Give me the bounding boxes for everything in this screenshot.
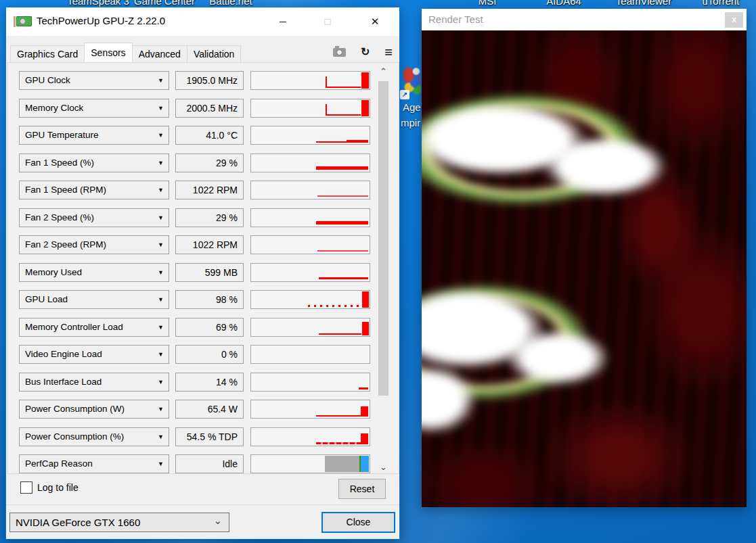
desktop-icon-label-line: mpir	[401, 117, 420, 128]
sensor-value: 29 %	[175, 154, 244, 172]
sensor-row: Power Consumption (W)▼65.4 W	[19, 400, 388, 419]
sensor-selector[interactable]: Memory Controller Load▼	[19, 318, 169, 337]
dropdown-arrow-icon: ▼	[158, 373, 164, 391]
chevron-down-icon: ⌄	[213, 511, 222, 529]
dropdown-arrow-icon: ▼	[158, 72, 164, 89]
sensor-graph	[250, 454, 370, 473]
sensor-value: 1905.0 MHz	[175, 71, 244, 90]
minimize-button[interactable]: ─	[267, 7, 298, 36]
desktop-icon-label[interactable]: Game Center	[134, 0, 195, 7]
sensor-value: 29 %	[175, 208, 244, 227]
sensor-value: 2000.5 MHz	[175, 99, 244, 118]
sensor-list: GPU Clock▼1905.0 MHzMemory Clock▼2000.5 …	[8, 63, 399, 482]
gpuz-window: TechPowerUp GPU-Z 2.22.0 ─ □ ✕ Graphics …	[5, 7, 400, 540]
gpuz-app-icon	[14, 16, 31, 28]
dropdown-arrow-icon: ▼	[158, 264, 164, 281]
desktop-icon-label[interactable]: Battle.net	[209, 0, 252, 7]
dropdown-arrow-icon: ▼	[158, 209, 164, 227]
sensor-label: Memory Clock	[25, 103, 83, 113]
render-test-window: Render Test x	[422, 9, 747, 507]
sensor-label: Fan 2 Speed (RPM)	[25, 239, 106, 250]
tab-bar: Graphics CardSensorsAdvancedValidation	[10, 44, 240, 62]
gpu-select-dropdown[interactable]: NVIDIA GeForce GTX 1660 ⌄	[9, 513, 229, 532]
divider	[6, 504, 399, 505]
sensor-row: GPU Load▼98 %	[19, 290, 388, 309]
dropdown-arrow-icon: ▼	[158, 428, 164, 446]
sensor-label: GPU Load	[25, 294, 68, 304]
desktop-icon-label[interactable]: MSI	[479, 0, 497, 7]
screenshot-camera-icon[interactable]	[333, 48, 346, 57]
maximize-button[interactable]: □	[312, 7, 343, 36]
sensor-label: Memory Controller Load	[25, 322, 123, 332]
sensor-graph	[250, 235, 370, 254]
sensor-label: Power Consumption (%)	[25, 431, 124, 442]
sensor-graph	[250, 373, 370, 392]
sensor-row: Fan 1 Speed (RPM)▼1022 RPM	[19, 181, 388, 199]
dropdown-arrow-icon: ▼	[158, 236, 164, 254]
render-test-fuzzy-donut	[422, 30, 747, 507]
dropdown-arrow-icon: ▼	[158, 346, 164, 363]
tab-graphics-card[interactable]: Graphics Card	[10, 45, 85, 62]
tab-sensors[interactable]: Sensors	[84, 43, 132, 62]
desktop-icon-age-of-empires[interactable]: ↗ Age mpir	[400, 65, 422, 139]
sensor-graph	[250, 181, 370, 199]
sensor-selector[interactable]: Memory Used▼	[19, 263, 169, 282]
sensor-graph	[250, 318, 370, 337]
desktop-icon-label[interactable]: TeamSpeak 3	[67, 0, 129, 7]
sensor-graph	[250, 290, 370, 309]
refresh-icon[interactable]: ↻	[361, 47, 370, 57]
sensor-row: Fan 2 Speed (RPM)▼1022 RPM	[19, 235, 388, 254]
close-button[interactable]: Close	[321, 512, 395, 533]
sensor-value: 54.5 % TDP	[175, 427, 244, 446]
sensor-value: 69 %	[175, 318, 244, 337]
gpu-select-value: NVIDIA GeForce GTX 1660	[16, 517, 140, 528]
dropdown-arrow-icon: ▼	[158, 400, 164, 418]
menu-icon[interactable]: ≡	[384, 47, 393, 57]
dropdown-arrow-icon: ▼	[158, 99, 164, 117]
scroll-down-icon[interactable]: ⌄	[378, 461, 389, 473]
sensor-selector[interactable]: Fan 1 Speed (RPM)▼	[19, 181, 169, 199]
desktop-icon-label[interactable]: uTorrent	[702, 0, 739, 7]
sensor-row: Fan 1 Speed (%)▼29 %	[19, 154, 388, 172]
sensor-selector[interactable]: Power Consumption (W)▼	[19, 400, 169, 419]
sensor-label: GPU Temperature	[25, 130, 99, 140]
sensor-selector[interactable]: Video Engine Load▼	[19, 345, 169, 364]
sensor-graph	[250, 263, 370, 282]
sensor-label: Video Engine Load	[25, 349, 102, 359]
scrollbar-thumb[interactable]	[378, 81, 388, 396]
close-window-button[interactable]: ✕	[359, 7, 391, 36]
sensor-selector[interactable]: GPU Temperature▼	[19, 126, 169, 145]
render-test-title: Render Test	[428, 14, 483, 25]
sensor-selector[interactable]: Fan 2 Speed (%)▼	[19, 208, 169, 227]
perfcap-segment-blue	[361, 456, 369, 472]
render-test-title-bar[interactable]: Render Test x	[422, 9, 747, 30]
sensor-label: Fan 1 Speed (RPM)	[25, 185, 106, 195]
dropdown-arrow-icon: ▼	[158, 126, 164, 144]
sensor-selector[interactable]: GPU Load▼	[19, 290, 169, 309]
sensor-selector[interactable]: Memory Clock▼	[19, 99, 169, 118]
sensor-label: Fan 1 Speed (%)	[25, 158, 94, 168]
desktop-icon-label[interactable]: AIDA64	[546, 0, 581, 7]
sensor-row: Memory Clock▼2000.5 MHz	[19, 99, 388, 118]
sensor-row: Memory Controller Load▼69 %	[19, 318, 388, 337]
sensor-selector[interactable]: Bus Interface Load▼	[19, 373, 169, 392]
sensor-selector[interactable]: Fan 1 Speed (%)▼	[19, 154, 169, 172]
scrollbar[interactable]: ⌃ ⌄	[378, 66, 389, 473]
sensor-selector[interactable]: PerfCap Reason▼	[19, 454, 169, 473]
sensor-selector[interactable]: GPU Clock▼	[19, 71, 169, 90]
log-to-file-checkbox[interactable]	[20, 481, 32, 494]
sensor-selector[interactable]: Fan 2 Speed (RPM)▼	[19, 235, 169, 254]
sensor-graph	[250, 208, 370, 227]
sensor-label: Memory Used	[25, 267, 82, 277]
tab-validation[interactable]: Validation	[187, 45, 241, 62]
title-bar[interactable]: TechPowerUp GPU-Z 2.22.0 ─ □ ✕	[6, 7, 399, 36]
tab-advanced[interactable]: Advanced	[132, 45, 187, 62]
desktop-icon-label[interactable]: TeamViewer	[616, 0, 671, 7]
sensor-selector[interactable]: Power Consumption (%)▼	[19, 427, 169, 446]
reset-button[interactable]: Reset	[338, 479, 386, 499]
scroll-up-icon[interactable]: ⌃	[378, 66, 389, 77]
sensor-row: Bus Interface Load▼14 %	[19, 373, 388, 392]
sensor-value: 599 MB	[175, 263, 244, 282]
sensor-label: GPU Clock	[25, 75, 70, 85]
render-test-close-icon[interactable]: x	[725, 12, 743, 28]
